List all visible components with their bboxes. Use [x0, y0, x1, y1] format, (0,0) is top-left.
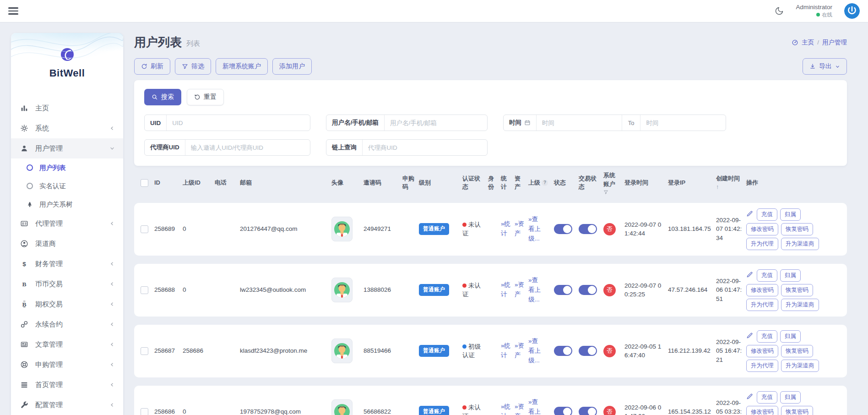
user-avatar-image[interactable]: [331, 217, 353, 241]
promote-channel-button[interactable]: 升为渠道商: [781, 238, 819, 250]
view-parent-link[interactable]: »查看上级...: [528, 215, 544, 244]
hamburger-menu-icon[interactable]: [8, 7, 18, 15]
status-toggle[interactable]: [554, 285, 572, 295]
stats-link[interactable]: »统计: [501, 402, 508, 415]
sidebar-item-perpetual[interactable]: 永续合约: [11, 314, 123, 334]
auth-dot-icon: [462, 223, 467, 227]
table-row: 258688 0 lw232345@outlook.com: [134, 264, 847, 317]
recharge-button[interactable]: 充值: [757, 269, 777, 282]
add-user-button[interactable]: 添加用户: [272, 58, 312, 75]
select-all-checkbox[interactable]: [141, 179, 148, 187]
belong-button[interactable]: 归属: [780, 391, 801, 404]
time-from-input[interactable]: [537, 115, 622, 131]
sidebar-item-home[interactable]: 主页: [11, 98, 123, 118]
trade-status-toggle[interactable]: [579, 285, 597, 295]
agent-uid-input[interactable]: [185, 140, 310, 155]
user-avatar-image[interactable]: [331, 339, 353, 363]
status-toggle[interactable]: [554, 224, 572, 234]
chain-query-input[interactable]: [363, 140, 487, 155]
row-checkbox[interactable]: [141, 347, 148, 355]
filter-button[interactable]: 筛选: [175, 58, 211, 75]
breadcrumb-current[interactable]: 用户管理: [822, 38, 847, 47]
sidebar-item-option-trade[interactable]: B 期权交易: [11, 294, 123, 314]
row-checkbox[interactable]: [141, 286, 148, 294]
recover-password-button[interactable]: 恢复密码: [781, 406, 813, 415]
edit-pencil-icon[interactable]: [746, 393, 753, 400]
sidebar-item-channel[interactable]: 渠道商: [11, 234, 123, 254]
status-toggle[interactable]: [554, 407, 572, 415]
uid-input[interactable]: [167, 115, 310, 131]
brand-name[interactable]: BitWell: [49, 67, 85, 79]
edit-pencil-icon[interactable]: [746, 210, 753, 217]
promote-agent-button[interactable]: 升为代理: [746, 360, 778, 372]
change-password-button[interactable]: 修改密码: [746, 406, 778, 415]
view-parent-link[interactable]: »查看上级...: [528, 276, 544, 305]
time-to-input[interactable]: [640, 115, 726, 131]
level-badge: 普通账户: [419, 284, 449, 295]
assets-link[interactable]: »资产: [515, 402, 522, 415]
sidebar-item-user-tree[interactable]: 用户关系树: [11, 195, 123, 213]
view-parent-link[interactable]: »查看上级...: [528, 398, 544, 415]
recover-password-button[interactable]: 恢复密码: [781, 284, 813, 296]
assets-link[interactable]: »资产: [515, 341, 522, 360]
trade-status-toggle[interactable]: [579, 346, 597, 356]
sidebar-item-spot-trade[interactable]: B 币币交易: [11, 274, 123, 294]
user-avatar-image[interactable]: [331, 399, 353, 415]
account-input[interactable]: [385, 115, 487, 131]
stats-link[interactable]: »统计: [501, 219, 508, 239]
recharge-button[interactable]: 充值: [757, 391, 777, 404]
dark-mode-moon-icon[interactable]: [775, 6, 784, 16]
sidebar-item-article[interactable]: 文章管理: [11, 334, 123, 355]
sidebar-item-agent-management[interactable]: 代理管理: [11, 213, 123, 234]
assets-link[interactable]: »资产: [515, 219, 522, 239]
recharge-button[interactable]: 充值: [757, 208, 777, 221]
cell-system-account: 否: [602, 325, 623, 377]
sidebar-item-config[interactable]: 配置管理: [11, 395, 123, 415]
search-button[interactable]: 搜索: [144, 89, 181, 105]
status-toggle[interactable]: [554, 346, 572, 356]
row-checkbox[interactable]: [141, 408, 148, 415]
promote-channel-button[interactable]: 升为渠道商: [781, 360, 819, 372]
export-button[interactable]: 导出: [803, 58, 847, 75]
funnel-icon[interactable]: [603, 190, 621, 195]
chevron-left-icon: [109, 126, 115, 131]
cell-assets: »资产: [513, 264, 526, 317]
sidebar-item-finance[interactable]: $ 财务管理: [11, 254, 123, 274]
user-avatar-image[interactable]: [331, 278, 353, 302]
change-password-button[interactable]: 修改密码: [746, 284, 778, 296]
stats-link[interactable]: »统计: [501, 280, 508, 300]
user-avatar[interactable]: [844, 3, 860, 19]
sidebar-item-subscription[interactable]: 申购管理: [11, 355, 123, 375]
add-system-account-button[interactable]: 新增系统账户: [216, 58, 268, 75]
promote-agent-button[interactable]: 升为代理: [746, 238, 778, 250]
view-parent-link[interactable]: »查看上级...: [528, 337, 544, 366]
sidebar-item-user-management[interactable]: 用户管理: [11, 138, 123, 158]
promote-channel-button[interactable]: 升为渠道商: [781, 299, 819, 311]
promote-agent-button[interactable]: 升为代理: [746, 299, 778, 311]
refresh-button[interactable]: 刷新: [134, 58, 170, 75]
recover-password-button[interactable]: 恢复密码: [781, 345, 813, 357]
edit-pencil-icon[interactable]: [746, 271, 753, 278]
user-name: Administrator: [796, 4, 832, 11]
stats-link[interactable]: »统计: [501, 341, 508, 360]
row-checkbox[interactable]: [141, 225, 148, 233]
belong-button[interactable]: 归属: [780, 330, 801, 343]
assets-link[interactable]: »资产: [515, 280, 522, 300]
sidebar-item-user-list[interactable]: 用户列表: [11, 158, 123, 177]
change-password-button[interactable]: 修改密码: [746, 223, 778, 235]
trade-status-toggle[interactable]: [579, 224, 597, 234]
belong-button[interactable]: 归属: [780, 269, 801, 282]
sidebar-item-homepage[interactable]: 首页管理: [11, 375, 123, 395]
trade-status-toggle[interactable]: [579, 407, 597, 415]
col-created-at[interactable]: 创建时间 ↑: [714, 171, 744, 195]
reset-button[interactable]: 重置: [187, 89, 224, 105]
question-circle-icon[interactable]: ?: [542, 180, 548, 186]
sidebar-item-realname-auth[interactable]: 实名认证: [11, 177, 123, 195]
breadcrumb-home[interactable]: 主页: [802, 38, 814, 47]
sidebar-item-system[interactable]: 系统: [11, 118, 123, 138]
recharge-button[interactable]: 充值: [757, 330, 777, 343]
edit-pencil-icon[interactable]: [746, 332, 753, 339]
change-password-button[interactable]: 修改密码: [746, 345, 778, 357]
belong-button[interactable]: 归属: [780, 208, 801, 221]
recover-password-button[interactable]: 恢复密码: [781, 223, 813, 235]
